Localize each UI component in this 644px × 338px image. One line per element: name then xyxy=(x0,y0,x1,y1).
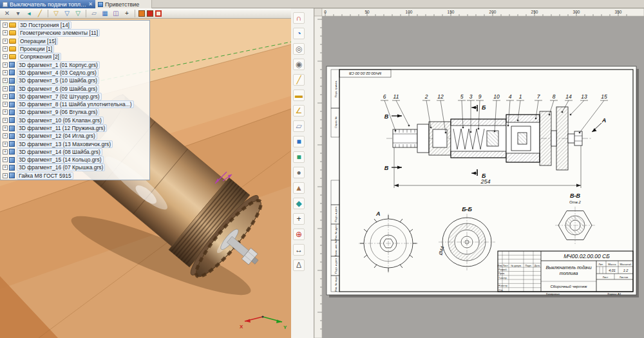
tree-item[interactable]: +3D фрагмент_13 (13 Маховичок.grs) xyxy=(1,140,149,147)
cad-application-window: { "tabs": { "doc": "Выключатель подачи т… xyxy=(0,0,644,338)
expander-icon[interactable]: + xyxy=(3,86,8,91)
expander-icon[interactable]: + xyxy=(3,39,8,44)
expander-icon[interactable]: + xyxy=(3,70,8,75)
svg-text:Перв. примен.: Перв. примен. xyxy=(334,80,337,98)
tree-group[interactable]: +Проекции [1] xyxy=(1,45,149,53)
orbit-icon[interactable]: ◔ xyxy=(293,28,305,39)
tree-item[interactable]: +3D фрагмент_14 (08 Шайба.grs) xyxy=(1,148,149,156)
section-icon[interactable]: ◫ xyxy=(111,9,120,18)
magnet-icon[interactable]: ∩ xyxy=(293,12,305,24)
tab-welcome[interactable]: Приветствие xyxy=(95,0,152,8)
expander-icon[interactable]: + xyxy=(3,46,8,52)
zoom-icon[interactable]: ◎ xyxy=(293,43,305,55)
expander-icon[interactable]: + xyxy=(3,142,8,147)
axes-icon[interactable]: + xyxy=(122,9,131,18)
angle-icon[interactable]: ∠ xyxy=(293,105,305,117)
ruler-icon[interactable]: ▬ xyxy=(293,89,305,101)
tree-item[interactable]: +3D фрагмент_5 (10 Шайба.grs) xyxy=(1,77,149,84)
part-icon xyxy=(9,141,15,147)
tree-item[interactable]: +3D фрагмент_12 (04 Игла.grs) xyxy=(1,132,149,140)
svg-text:4,01: 4,01 xyxy=(609,268,616,272)
measure-icon[interactable]: ↔ xyxy=(293,244,305,256)
expander-icon[interactable]: + xyxy=(3,94,8,99)
svg-text:100: 100 xyxy=(406,10,413,14)
toolbar-separator xyxy=(86,10,86,17)
part-icon xyxy=(9,173,15,178)
workplane-icon[interactable]: ▱ xyxy=(90,9,99,18)
cube-green-icon[interactable]: ■ xyxy=(293,151,305,163)
tree-group[interactable]: +3D Построения [14] xyxy=(1,21,149,29)
expander-icon[interactable]: + xyxy=(3,133,8,138)
expander-icon[interactable]: + xyxy=(3,126,8,131)
svg-text:№ докум.: № докум. xyxy=(511,265,522,267)
tree-label: 3D фрагмент_16 (07 Крышка.grs) xyxy=(17,164,105,171)
cube-blue-icon[interactable]: ■ xyxy=(293,136,305,147)
svg-text:Дата: Дата xyxy=(535,265,540,267)
drawing-canvas[interactable]: 0 50 100 150 200 250 300 350 МЧ00.02.00.… xyxy=(314,8,644,338)
tree-item[interactable]: +3D фрагмент_11 (12 Пружина.grs) xyxy=(1,124,149,132)
tree-label: Гайка М8 ГОСТ 5915 xyxy=(17,172,73,180)
tree-item[interactable]: +3D фрагмент_10 (05 Клапан.grs) xyxy=(1,117,149,124)
axis-y-label: Y xyxy=(283,324,287,330)
tree-label: 3D фрагмент_8 (11 Шайба уплотнительна...… xyxy=(17,100,134,108)
grid-icon[interactable]: ▦ xyxy=(100,9,109,18)
expander-icon[interactable]: + xyxy=(3,54,8,59)
expander-icon[interactable]: + xyxy=(3,109,8,115)
expander-icon[interactable]: + xyxy=(3,149,8,155)
cone-icon[interactable]: ▲ xyxy=(293,182,305,194)
tree-item[interactable]: +3D фрагмент_6 (09 Шайба.grs) xyxy=(1,84,149,92)
doc-number: МЧ00.02.00.00 СБ xyxy=(564,253,610,259)
expander-icon[interactable]: + xyxy=(3,62,8,68)
lcs-icon[interactable]: + xyxy=(293,213,305,225)
box-red-icon[interactable] xyxy=(147,10,153,17)
eyedropper-icon[interactable]: ╱ xyxy=(35,9,44,18)
tree-group[interactable]: +Геометрические элементы [11] xyxy=(1,29,149,37)
expander-icon[interactable]: + xyxy=(3,118,8,123)
expander-icon[interactable]: + xyxy=(3,23,8,28)
expander-icon[interactable]: + xyxy=(3,102,8,107)
tree-item[interactable]: +3D фрагмент_15 (14 Кольцо.grs) xyxy=(1,156,149,164)
part-icon xyxy=(9,93,15,99)
expander-icon[interactable]: + xyxy=(3,173,8,178)
tree-label: 3D Построения [14] xyxy=(18,21,71,29)
tree-item[interactable]: +3D фрагмент_1 (01 Корпус.grs) xyxy=(1,61,149,68)
tree-item[interactable]: +3D фрагмент_7 (02 Штуцер.grs) xyxy=(1,93,149,100)
plane-icon[interactable]: ▱ xyxy=(293,120,305,132)
tree-item[interactable]: +3D фрагмент_4 (03 Седло.grs) xyxy=(1,69,149,77)
svg-text:Подп. и дата: Подп. и дата xyxy=(334,206,337,221)
tab-close-icon[interactable]: ✕ xyxy=(88,1,93,7)
filter-teal-icon[interactable]: ▽ xyxy=(73,9,82,18)
doc-type: Сборочный чертеж xyxy=(550,284,587,288)
tree-item[interactable]: +3D фрагмент_16 (07 Крышка.grs) xyxy=(1,164,149,171)
svg-text:Разраб.: Разраб. xyxy=(498,268,507,271)
expander-icon[interactable]: + xyxy=(3,30,8,35)
tree-label: 3D фрагмент_14 (08 Шайба.grs) xyxy=(17,148,102,156)
box-orange-icon[interactable] xyxy=(138,10,145,17)
drawing-sheet[interactable]: МЧ00.02.00.00 СБ Перв. примен. Справ. № … xyxy=(327,66,639,297)
datum-icon[interactable]: ⊕ xyxy=(293,229,305,240)
svg-text:2: 2 xyxy=(424,93,428,100)
filter-blue-icon[interactable]: ▽ xyxy=(62,9,71,18)
target-icon[interactable]: ◉ xyxy=(293,59,305,70)
tab-document[interactable]: Выключатель подачи топли... ✕ xyxy=(0,0,95,8)
tree-group[interactable]: +Сопряжения [2] xyxy=(1,53,149,61)
filter-yellow-icon[interactable]: ▽ xyxy=(52,9,61,18)
surface-icon[interactable]: ◆ xyxy=(293,198,305,209)
tree-item[interactable]: +3D фрагмент_9 (06 Втулка.grs) xyxy=(1,108,149,116)
folder-icon xyxy=(9,46,16,52)
expander-icon[interactable]: + xyxy=(3,78,8,83)
sphere-icon[interactable]: ● xyxy=(293,167,305,178)
frame-red-icon[interactable] xyxy=(155,10,162,17)
pencil-icon[interactable]: ╱ xyxy=(293,74,305,86)
dropdown-icon[interactable]: ▾ xyxy=(14,9,23,18)
tree-label: 3D фрагмент_11 (12 Пружина.grs) xyxy=(17,124,107,132)
tree-item[interactable]: +Гайка М8 ГОСТ 5915 xyxy=(1,172,149,180)
mass-props-icon[interactable]: Δ xyxy=(293,259,305,271)
nav-back-icon[interactable]: ◂ xyxy=(24,9,33,18)
expander-icon[interactable]: + xyxy=(3,165,8,170)
tree-item[interactable]: +3D фрагмент_8 (11 Шайба уплотнительна..… xyxy=(1,100,149,108)
expander-icon[interactable]: + xyxy=(3,157,8,162)
close-icon[interactable]: ✕ xyxy=(3,9,12,18)
toolbar-separator xyxy=(135,10,135,17)
tree-group[interactable]: +Операции [15] xyxy=(1,37,149,45)
